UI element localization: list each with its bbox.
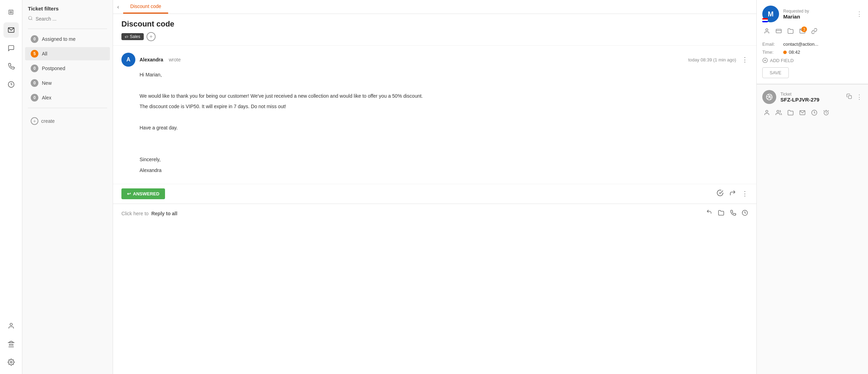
svg-point-13 — [766, 29, 768, 31]
sales-tag[interactable]: 🏷 Sales — [121, 33, 144, 40]
time-dot-icon — [783, 51, 787, 54]
ticket-more-button[interactable]: ⋮ — [856, 93, 862, 101]
divider-top — [28, 29, 107, 29]
ticket-title: Discount code — [121, 20, 748, 29]
filter-new[interactable]: 0 New — [25, 76, 110, 90]
svg-marker-8 — [8, 341, 14, 343]
new-label: New — [42, 80, 52, 86]
svg-point-23 — [777, 110, 779, 112]
search-input[interactable] — [36, 16, 107, 22]
filter-all[interactable]: 5 All — [25, 47, 110, 60]
filter-assigned-to-me[interactable]: 0 Assigned to me — [25, 32, 110, 46]
add-field-button[interactable]: ADD FIELD — [762, 58, 862, 63]
req-card-tab[interactable] — [774, 27, 783, 37]
requester-avatar: M — [762, 6, 779, 22]
copy-icon[interactable] — [846, 94, 852, 100]
phone-reply-icon[interactable] — [730, 210, 736, 218]
ticket-profile-icon[interactable] — [762, 108, 771, 119]
requester-section: M Requested by Marian ⋮ — [757, 0, 868, 84]
time-field-row: Time: 08:42 — [762, 50, 862, 55]
clock-icon[interactable] — [742, 210, 748, 218]
back-button[interactable]: ‹ — [113, 4, 123, 14]
phone-nav-icon[interactable] — [3, 59, 19, 74]
ticket-info-section: Ticket SFZ-LPJVR-279 ⋮ — [757, 84, 868, 125]
req-profile-tab[interactable] — [762, 27, 771, 37]
search-container — [22, 16, 113, 26]
reply-action-label: Reply to all — [151, 211, 178, 216]
ticket-folder-icon[interactable] — [786, 108, 795, 119]
message-actions: ↩ ANSWERED ⋮ — [113, 184, 756, 204]
reply-bar[interactable]: Click here to Reply to all — [113, 204, 756, 223]
email-label: Email: — [762, 42, 783, 47]
assigned-badge: 0 — [31, 35, 38, 43]
filter-postponed[interactable]: 0 Postponed — [25, 62, 110, 75]
filter-alex[interactable]: 0 Alex — [25, 91, 110, 104]
req-email-tab[interactable]: 3 — [798, 27, 807, 37]
ticket-id: SFZ-LPJVR-279 — [780, 97, 842, 103]
save-button[interactable]: SAVE — [762, 67, 789, 78]
divider-bottom — [28, 108, 107, 108]
reports-nav-icon[interactable] — [3, 77, 19, 92]
alex-badge: 0 — [31, 94, 38, 102]
create-filter-button[interactable]: + create — [25, 114, 110, 128]
grid-nav-icon[interactable]: ⊞ — [3, 4, 19, 20]
answered-button[interactable]: ↩ ANSWERED — [121, 188, 165, 199]
notification-badge: 3 — [801, 27, 807, 32]
action-icons: ⋮ — [717, 189, 748, 198]
sidebar: Ticket filters 0 Assigned to me 5 All 0 … — [22, 0, 113, 374]
reply-arrow-icon[interactable] — [706, 210, 712, 218]
left-navigation: ⊞ — [0, 0, 22, 374]
time-value: 08:42 — [789, 50, 862, 55]
message-time: today 08:39 (1 min ago) — [688, 57, 736, 62]
sidebar-title: Ticket filters — [22, 6, 113, 16]
check-circle-icon[interactable] — [717, 189, 724, 198]
email-nav-icon[interactable] — [3, 22, 19, 38]
folder-icon[interactable] — [718, 210, 724, 218]
ticket-label: Ticket — [780, 92, 842, 97]
requester-more-button[interactable]: ⋮ — [856, 10, 862, 18]
message-container: A Alexandra wrote today 08:39 (1 min ago… — [113, 46, 756, 184]
main-content: ‹ Discount code Discount code 🏷 Sales + … — [113, 0, 756, 374]
time-label: Time: — [762, 50, 783, 55]
requester-header: M Requested by Marian ⋮ — [762, 6, 862, 22]
message-more-button[interactable]: ⋮ — [742, 56, 748, 63]
ticket-avatar — [762, 90, 776, 104]
ticket-clock-icon[interactable] — [810, 108, 819, 119]
alex-label: Alex — [42, 95, 51, 100]
all-label: All — [42, 51, 47, 57]
bank-nav-icon[interactable] — [3, 336, 19, 352]
assigned-label: Assigned to me — [42, 36, 76, 42]
contacts-nav-icon[interactable] — [3, 318, 19, 334]
tab-discount-code[interactable]: Discount code — [123, 0, 168, 14]
settings-nav-icon[interactable] — [3, 354, 19, 370]
ticket-email-icon[interactable] — [798, 108, 807, 119]
ticket-row: Ticket SFZ-LPJVR-279 ⋮ — [762, 90, 862, 104]
svg-point-2 — [10, 323, 12, 326]
svg-rect-21 — [848, 96, 852, 99]
create-label: create — [41, 118, 55, 124]
all-badge: 5 — [31, 50, 38, 58]
ticket-group-icon[interactable] — [774, 108, 783, 119]
tag-label: Sales — [130, 34, 140, 39]
plus-icon: + — [31, 117, 38, 125]
requester-info: M Requested by Marian — [762, 6, 809, 22]
add-tag-button[interactable]: + — [147, 32, 156, 41]
ticket-timer-icon[interactable] — [822, 108, 831, 119]
req-folder-tab[interactable] — [786, 27, 795, 37]
tab-bar: ‹ Discount code — [113, 0, 756, 14]
more-options-icon[interactable]: ⋮ — [742, 190, 748, 197]
author-info: A Alexandra wrote — [121, 53, 181, 67]
answered-label: ANSWERED — [133, 191, 159, 196]
email-value: contact@action... — [783, 42, 862, 47]
right-panel: M Requested by Marian ⋮ — [756, 0, 868, 374]
message-body: Hi Marian, We would like to thank you fo… — [140, 71, 748, 174]
svg-line-11 — [31, 19, 32, 20]
requested-by-label: Requested by — [783, 9, 809, 14]
req-link-tab[interactable] — [810, 27, 819, 37]
ticket-tags: 🏷 Sales + — [121, 32, 748, 41]
tag-icon: 🏷 — [125, 35, 128, 39]
chat-nav-icon[interactable] — [3, 40, 19, 56]
forward-icon[interactable] — [729, 189, 736, 198]
ticket-action-tabs — [762, 108, 862, 119]
svg-rect-14 — [776, 29, 781, 33]
